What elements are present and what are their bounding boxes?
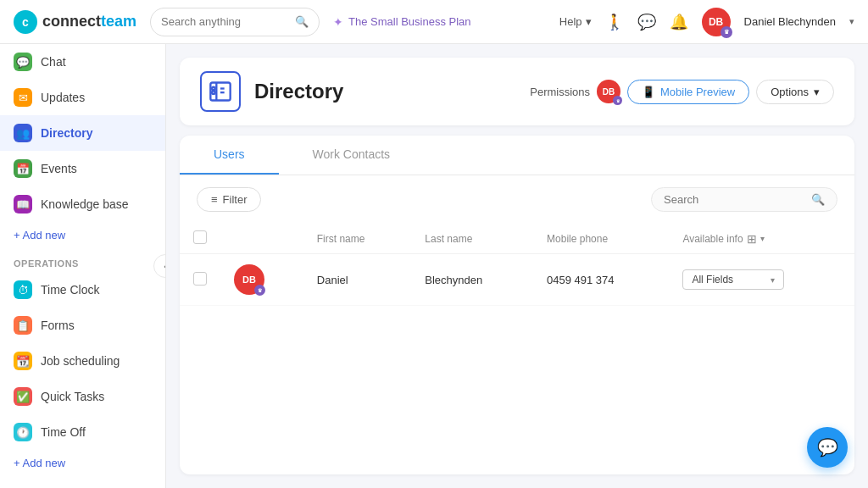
row-checkbox[interactable]	[193, 272, 207, 286]
col-avatar-header	[220, 224, 303, 254]
sidebar-item-timeclock[interactable]: ⏱ Time Clock	[0, 272, 165, 308]
add-new-ops-button[interactable]: + Add new	[0, 450, 165, 476]
sidebar-item-directory[interactable]: 👥 Directory	[0, 115, 165, 151]
svg-point-5	[212, 91, 215, 94]
help-chevron-icon: ▾	[586, 15, 592, 28]
directory-header-card: Directory Permissions DB ♛ 📱 Mobile Prev…	[180, 58, 854, 125]
avatar-initials: DB	[709, 16, 723, 28]
operations-section-label: Operations	[0, 248, 165, 272]
user-chevron-icon: ▾	[849, 16, 854, 27]
filter-button[interactable]: ≡ Filter	[197, 187, 261, 212]
search-bar[interactable]: 🔍	[150, 8, 320, 36]
col-available-header[interactable]: Available info ⊞ ▾	[669, 224, 854, 254]
help-button[interactable]: Help ▾	[559, 15, 592, 28]
permissions-label: Permissions	[530, 86, 590, 98]
chat-nav-icon[interactable]: 💬	[637, 13, 656, 31]
logo-text: connectteam	[42, 13, 136, 30]
person-icon[interactable]: 🚶	[605, 13, 624, 31]
col-available-label: Available info	[682, 233, 743, 245]
add-new-label: + Add new	[14, 229, 65, 241]
tab-work-contacts[interactable]: Work Contacts	[279, 136, 425, 175]
options-chevron-icon: ▾	[814, 86, 820, 98]
main-layout: ‹ 💬 Chat ✉ Updates 👥 Directory 📅 Events …	[0, 44, 868, 488]
tab-users-label: Users	[214, 147, 245, 161]
sidebar-item-knowledge[interactable]: 📖 Knowledge base	[0, 186, 165, 222]
sidebar-label-jobscheduling: Job scheduling	[41, 354, 120, 368]
directory-icon-box	[200, 71, 241, 112]
col-mobile-label: Mobile phone	[547, 233, 608, 245]
data-table: First name Last name Mobile phone Availa…	[180, 224, 854, 306]
user-name: Daniel Blechynden	[744, 15, 836, 28]
col-mobile-header[interactable]: Mobile phone	[533, 224, 669, 254]
row-firstname: Daniel	[303, 254, 412, 306]
table-header-row: First name Last name Mobile phone Availa…	[180, 224, 854, 254]
grid-icon[interactable]: ⊞	[747, 232, 757, 246]
table-search-box[interactable]: 🔍	[651, 187, 837, 212]
col-chevron-icon[interactable]: ▾	[760, 234, 765, 243]
help-label: Help	[559, 15, 582, 28]
knowledge-icon: 📖	[14, 195, 32, 214]
add-new-button[interactable]: + Add new	[0, 222, 165, 248]
directory-title: Directory	[254, 80, 343, 103]
filter-icon: ≡	[211, 193, 218, 206]
row-lastname: Blechynden	[411, 254, 533, 306]
sparkle-icon: ✦	[333, 15, 343, 29]
col-firstname-header[interactable]: First name	[303, 224, 412, 254]
jobsched-icon: 📆	[14, 352, 32, 370]
sidebar-label-events: Events	[41, 162, 77, 175]
sidebar: ‹ 💬 Chat ✉ Updates 👥 Directory 📅 Events …	[0, 44, 166, 488]
tabs-row: Users Work Contacts	[180, 136, 854, 175]
permissions-area: Permissions DB ♛ 📱 Mobile Preview Option…	[530, 80, 834, 104]
sidebar-label-timeclock: Time Clock	[41, 283, 100, 297]
sidebar-item-jobscheduling[interactable]: 📆 Job scheduling	[0, 343, 165, 379]
permissions-avatar[interactable]: DB ♛	[597, 80, 620, 103]
logo: c connectteam	[14, 10, 136, 34]
plan-label: The Small Business Plan	[348, 15, 471, 28]
sidebar-item-events[interactable]: 📅 Events	[0, 151, 165, 186]
sidebar-item-timeoff[interactable]: 🕐 Time Off	[0, 414, 165, 450]
main-card: Users Work Contacts ≡ Filter 🔍	[180, 136, 854, 474]
sidebar-label-directory: Directory	[41, 126, 92, 140]
select-all-header[interactable]	[180, 224, 220, 254]
chat-fab-icon: 💬	[817, 437, 838, 458]
col-lastname-label: Last name	[425, 233, 472, 245]
quicktasks-icon: ✅	[14, 387, 32, 406]
permissions-avatar-initials: DB	[603, 87, 615, 97]
sidebar-item-updates[interactable]: ✉ Updates	[0, 80, 165, 115]
crown-perm-icon: ♛	[616, 98, 620, 103]
all-fields-select[interactable]: All Fields ▾	[682, 269, 784, 290]
user-row-badge: ♛	[254, 285, 265, 296]
svg-point-4	[212, 87, 215, 91]
user-avatar-row: DB ♛	[234, 264, 264, 295]
mobile-preview-button[interactable]: 📱 Mobile Preview	[627, 80, 749, 104]
sidebar-item-quicktasks[interactable]: ✅ Quick Tasks	[0, 379, 165, 414]
tab-users[interactable]: Users	[180, 136, 279, 175]
table-search-input[interactable]	[664, 193, 804, 206]
options-button[interactable]: Options ▾	[756, 80, 834, 104]
chat-fab-button[interactable]: 💬	[807, 427, 848, 468]
row-avatar-cell: DB ♛	[220, 254, 303, 306]
permissions-badge: ♛	[613, 96, 622, 105]
sidebar-item-forms[interactable]: 📋 Forms	[0, 308, 165, 343]
timeclock-icon: ⏱	[14, 280, 32, 299]
all-fields-chevron-icon: ▾	[771, 275, 775, 285]
col-available-header-content: Available info ⊞ ▾	[682, 232, 841, 246]
select-all-checkbox[interactable]	[193, 230, 207, 244]
sidebar-label-timeoff: Time Off	[41, 425, 86, 439]
table-body: DB ♛ Daniel Blechynden 0459 491 374 All	[180, 254, 854, 306]
row-available-info-cell: All Fields ▾	[669, 254, 854, 306]
search-input[interactable]	[161, 15, 288, 28]
chat-icon: 💬	[14, 53, 32, 71]
table-controls: ≡ Filter 🔍	[180, 175, 854, 224]
bell-icon[interactable]: 🔔	[670, 13, 688, 31]
sidebar-item-chat[interactable]: 💬 Chat	[0, 44, 165, 80]
mobile-preview-label: Mobile Preview	[660, 86, 735, 98]
table-row[interactable]: DB ♛ Daniel Blechynden 0459 491 374 All	[180, 254, 854, 306]
crown-row-icon: ♛	[258, 287, 262, 293]
row-checkbox-cell[interactable]	[180, 254, 220, 306]
events-icon: 📅	[14, 159, 32, 178]
col-lastname-header[interactable]: Last name	[411, 224, 533, 254]
plan-button[interactable]: ✦ The Small Business Plan	[333, 15, 471, 29]
sidebar-label-knowledge: Knowledge base	[41, 197, 129, 211]
user-avatar[interactable]: DB ♛	[702, 8, 731, 36]
